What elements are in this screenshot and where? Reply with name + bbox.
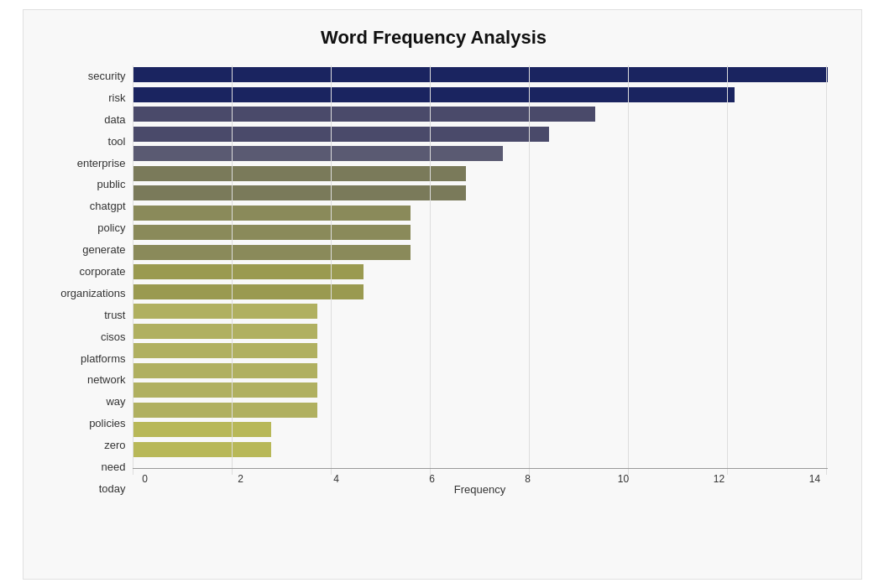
x-tick: 14	[803, 473, 828, 485]
y-label: public	[40, 175, 126, 194]
bar-row	[133, 341, 828, 360]
y-label: enterprise	[40, 154, 126, 172]
bar-row	[133, 86, 828, 104]
bar-row	[133, 263, 828, 281]
y-axis: securityriskdatatoolenterprisepublicchat…	[40, 65, 133, 500]
chart-area: securityriskdatatoolenterprisepublicchat…	[40, 65, 828, 500]
y-label: zero	[40, 436, 126, 455]
x-axis-label: Frequency	[454, 483, 505, 496]
x-tick: 8	[515, 473, 541, 485]
x-tick: 10	[611, 473, 636, 485]
x-tick: 0	[133, 473, 158, 485]
bar-network	[133, 343, 318, 358]
bar-row	[133, 65, 828, 84]
bar-tool	[133, 127, 550, 142]
bar-data	[133, 107, 596, 122]
bar-need	[133, 422, 272, 437]
x-tick: 4	[324, 473, 349, 485]
y-label: network	[40, 371, 126, 389]
bar-public	[133, 166, 466, 181]
bar-row	[133, 243, 828, 262]
y-label: policy	[40, 219, 126, 237]
y-label: platforms	[40, 349, 126, 367]
bar-policy	[133, 206, 411, 221]
y-label: risk	[40, 88, 126, 107]
y-label: generate	[40, 241, 126, 259]
bar-row	[133, 125, 828, 143]
y-label: need	[40, 457, 126, 476]
bars-and-grid: 02468101214 Frequency	[133, 65, 828, 500]
bar-risk	[133, 87, 735, 102]
x-tick: 2	[228, 473, 254, 485]
bar-row	[133, 144, 828, 163]
x-axis-container: 02468101214 Frequency	[133, 466, 828, 500]
bar-row	[133, 381, 828, 399]
bar-row	[133, 204, 828, 222]
bar-corporate	[133, 245, 411, 260]
bar-organizations	[133, 264, 364, 279]
bar-chatgpt	[133, 185, 466, 200]
bar-row	[133, 420, 828, 439]
bar-row	[133, 164, 828, 183]
y-label: trust	[40, 305, 126, 324]
y-label: organizations	[40, 284, 126, 302]
bar-row	[133, 401, 828, 419]
y-label: data	[40, 110, 126, 128]
y-label: policies	[40, 414, 126, 433]
bar-today	[133, 442, 272, 457]
x-tick: 12	[707, 473, 732, 485]
chart-title: Word Frequency Analysis	[40, 27, 828, 49]
y-label: tool	[40, 132, 126, 150]
bar-cisos	[133, 304, 318, 319]
bar-way	[133, 363, 318, 378]
bar-platforms	[133, 324, 318, 339]
bar-row	[133, 283, 828, 301]
bar-enterprise	[133, 146, 504, 161]
chart-container: Word Frequency Analysis securityriskdata…	[23, 9, 862, 580]
y-label: corporate	[40, 262, 126, 280]
bar-row	[133, 322, 828, 341]
bar-row	[133, 184, 828, 202]
bar-row	[133, 362, 828, 380]
y-label: cisos	[40, 327, 126, 346]
y-label: security	[40, 66, 126, 85]
y-label: way	[40, 393, 126, 411]
bar-generate	[133, 225, 411, 240]
bar-trust	[133, 284, 364, 299]
bar-row	[133, 440, 828, 459]
y-label: today	[40, 479, 126, 497]
y-label: chatgpt	[40, 197, 126, 216]
bar-policies	[133, 382, 318, 398]
bar-zero	[133, 403, 318, 418]
bar-security	[133, 67, 828, 82]
bar-row	[133, 302, 828, 320]
bar-row	[133, 223, 828, 242]
x-tick: 6	[420, 473, 445, 485]
bar-row	[133, 105, 828, 123]
bars-wrapper	[133, 65, 828, 464]
